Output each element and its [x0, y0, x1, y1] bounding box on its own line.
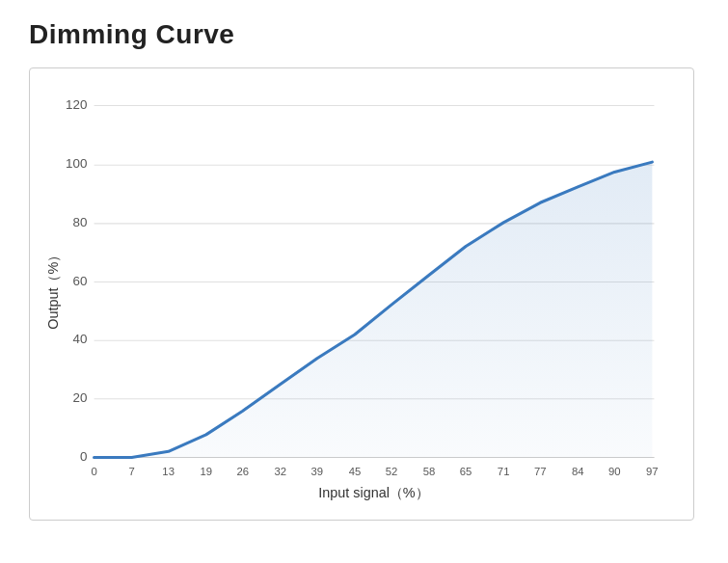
- svg-text:80: 80: [72, 215, 87, 229]
- svg-text:Input signal（%）: Input signal（%）: [318, 485, 428, 500]
- svg-text:20: 20: [72, 390, 87, 405]
- svg-text:71: 71: [498, 466, 510, 477]
- svg-text:40: 40: [72, 332, 87, 346]
- svg-text:19: 19: [200, 466, 212, 477]
- svg-text:39: 39: [311, 466, 324, 477]
- svg-text:77: 77: [534, 466, 547, 477]
- svg-text:0: 0: [80, 449, 87, 464]
- svg-text:60: 60: [72, 274, 87, 288]
- svg-text:58: 58: [423, 466, 436, 477]
- chart-area: 0 20 40 60 80 100 120 Output（%） 0 7 13 1…: [40, 88, 674, 510]
- svg-text:0: 0: [91, 466, 96, 477]
- svg-text:97: 97: [646, 466, 659, 477]
- svg-text:52: 52: [386, 466, 398, 477]
- svg-text:26: 26: [236, 466, 249, 477]
- svg-text:120: 120: [66, 97, 87, 112]
- page-title: Dimming Curve: [29, 19, 699, 50]
- svg-text:84: 84: [572, 466, 584, 477]
- svg-text:45: 45: [349, 466, 362, 477]
- svg-text:Output（%）: Output（%）: [45, 249, 61, 330]
- curve-fill: [94, 162, 653, 457]
- svg-text:100: 100: [66, 156, 87, 171]
- svg-text:32: 32: [275, 466, 287, 477]
- chart-container: 0 20 40 60 80 100 120 Output（%） 0 7 13 1…: [29, 67, 694, 521]
- svg-text:7: 7: [128, 466, 134, 477]
- chart-svg: 0 20 40 60 80 100 120 Output（%） 0 7 13 1…: [40, 88, 674, 510]
- svg-text:13: 13: [162, 466, 175, 477]
- svg-text:90: 90: [608, 466, 621, 477]
- svg-text:65: 65: [460, 466, 472, 477]
